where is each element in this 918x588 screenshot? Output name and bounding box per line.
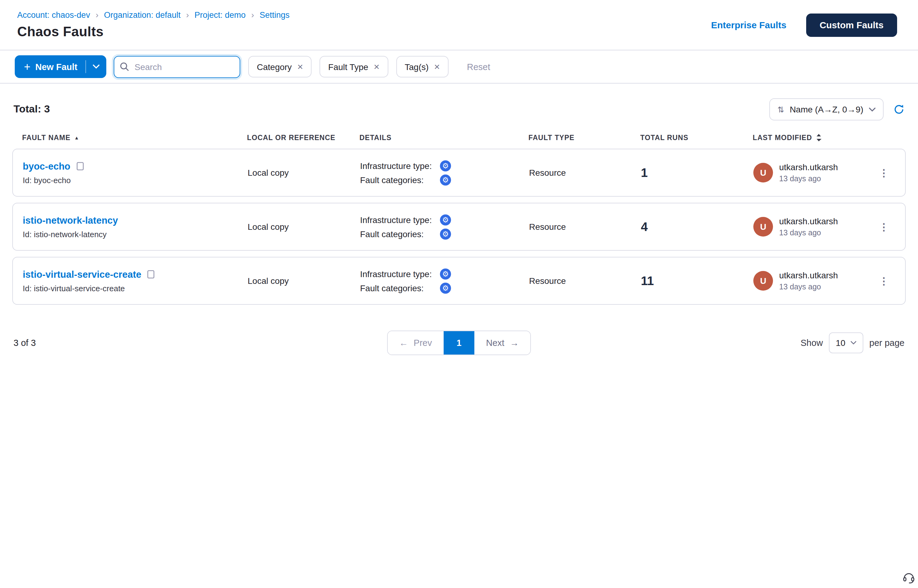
custom-faults-button[interactable]: Custom Faults [806,13,897,37]
total-count: Total: 3 [13,103,50,116]
total-runs-cell: 1 [641,166,753,180]
kubernetes-icon: ⚙ [440,174,451,185]
kubernetes-icon: ⚙ [440,228,451,239]
search-icon [120,62,129,73]
arrow-right-icon: → [510,338,519,348]
sort-dropdown-label: Name (A→Z, 0→9) [790,105,863,114]
search-box [114,56,240,78]
breadcrumb-account[interactable]: Account: chaos-dev [17,10,90,19]
modified-when: 13 days ago [779,174,838,183]
toolbar: + New Fault Category × Fault Type × Tag(… [0,50,918,84]
column-fault-type-label: Fault Type [528,134,575,141]
fault-type-cell: Resource [529,168,641,178]
kebab-menu-icon[interactable]: ⋮ [879,221,889,233]
avatar: U [753,217,773,237]
page-title: Chaos Faults [17,24,290,40]
document-icon[interactable] [76,162,84,171]
prev-label: Prev [414,338,432,348]
local-or-reference-cell: Local copy [247,276,360,286]
avatar: U [753,163,773,183]
sort-dropdown[interactable]: ⇅ Name (A→Z, 0→9) [769,98,884,120]
filter-tags[interactable]: Tag(s) × [396,56,449,78]
chevron-down-icon[interactable] [86,55,106,78]
kubernetes-icon: ⚙ [440,282,451,293]
fault-name-cell: istio-network-latency Id: istio-network-… [23,215,247,239]
next-page-button[interactable]: Next → [474,331,530,355]
close-icon[interactable]: × [374,62,380,71]
breadcrumb-separator-icon: › [251,10,254,19]
column-last-modified[interactable]: Last Modified [753,134,874,141]
fault-categories-label: Fault categories: [360,229,435,239]
kebab-menu-icon[interactable]: ⋮ [879,275,889,287]
table-header-row: Fault Name ▲ Local or Reference Details … [12,134,906,141]
fault-name-link[interactable]: istio-network-latency [23,215,118,226]
filter-category[interactable]: Category × [248,56,312,78]
plus-icon: + [24,61,31,72]
fault-categories-label: Fault categories: [360,283,435,293]
close-icon[interactable]: × [297,62,303,71]
refresh-button[interactable] [894,104,905,115]
modified-by: utkarsh.utkarsh [779,216,838,226]
breadcrumb-organization[interactable]: Organization: default [104,10,181,19]
breadcrumb-separator-icon: › [95,10,98,19]
last-modified-cell: U utkarsh.utkarsh 13 days ago [753,270,873,291]
arrow-left-icon: ← [399,338,408,348]
last-modified-cell: U utkarsh.utkarsh 13 days ago [753,216,873,237]
table-row[interactable]: byoc-echo Id: byoc-echo Local copy Infra… [12,149,906,197]
kubernetes-icon: ⚙ [440,268,451,279]
row-actions-cell: ⋮ [873,167,895,178]
column-total-runs-label: Total Runs [640,134,688,141]
new-fault-main[interactable]: + New Fault [15,55,86,78]
modified-when: 13 days ago [779,283,838,291]
kebab-menu-icon[interactable]: ⋮ [879,167,889,178]
help-icon[interactable] [902,571,916,587]
infrastructure-type-label: Infrastructure type: [360,161,435,171]
fault-name-link[interactable]: istio-virtual-service-create [23,269,141,280]
filter-category-label: Category [257,62,292,71]
column-fault-name-label: Fault Name [22,134,71,141]
filter-fault-type[interactable]: Fault Type × [320,56,388,78]
total-runs-cell: 11 [641,274,753,288]
breadcrumb-separator-icon: › [186,10,189,19]
filter-tags-label: Tag(s) [405,62,428,71]
local-or-reference-cell: Local copy [247,222,360,232]
list-header-controls: ⇅ Name (A→Z, 0→9) [769,98,905,120]
reset-filters-button[interactable]: Reset [467,62,490,71]
sort-both-icon [816,134,821,141]
chevron-down-icon [869,107,876,111]
fault-categories-label: Fault categories: [360,175,435,185]
next-label: Next [486,338,504,348]
search-input[interactable] [114,56,240,78]
table-row[interactable]: istio-network-latency Id: istio-network-… [12,203,906,251]
breadcrumb-settings[interactable]: Settings [260,10,290,19]
modified-by: utkarsh.utkarsh [779,162,838,172]
prev-page-button[interactable]: ← Prev [388,331,444,355]
fault-type-cell: Resource [529,222,641,232]
column-details-label: Details [359,134,391,141]
modified-when: 13 days ago [779,229,838,237]
close-icon[interactable]: × [434,62,440,71]
column-total-runs: Total Runs [640,134,753,141]
filter-fault-type-label: Fault Type [328,62,368,71]
breadcrumb-project[interactable]: Project: demo [194,10,246,19]
show-label: Show [801,338,823,348]
row-actions-cell: ⋮ [873,275,895,287]
page-size-select[interactable]: 10 [829,333,863,353]
column-fault-name[interactable]: Fault Name ▲ [22,134,247,141]
enterprise-faults-link[interactable]: Enterprise Faults [711,19,787,30]
fault-name-link[interactable]: byoc-echo [23,161,70,172]
page-size-value: 10 [836,338,845,348]
top-header: Account: chaos-dev › Organization: defau… [0,0,918,50]
infrastructure-type-label: Infrastructure type: [360,269,435,279]
per-page-controls: Show 10 per page [801,333,905,353]
details-cell: Infrastructure type: ⚙ Fault categories:… [360,160,529,185]
page-number-button[interactable]: 1 [444,331,474,355]
infrastructure-type-label: Infrastructure type: [360,215,435,225]
avatar: U [753,271,773,291]
table-row[interactable]: istio-virtual-service-create Id: istio-v… [12,257,906,305]
pager: ← Prev 1 Next → [387,331,531,355]
modified-by: utkarsh.utkarsh [779,270,838,280]
new-fault-button[interactable]: + New Fault [15,55,106,78]
document-icon[interactable] [147,270,155,279]
column-fault-type: Fault Type [528,134,640,141]
